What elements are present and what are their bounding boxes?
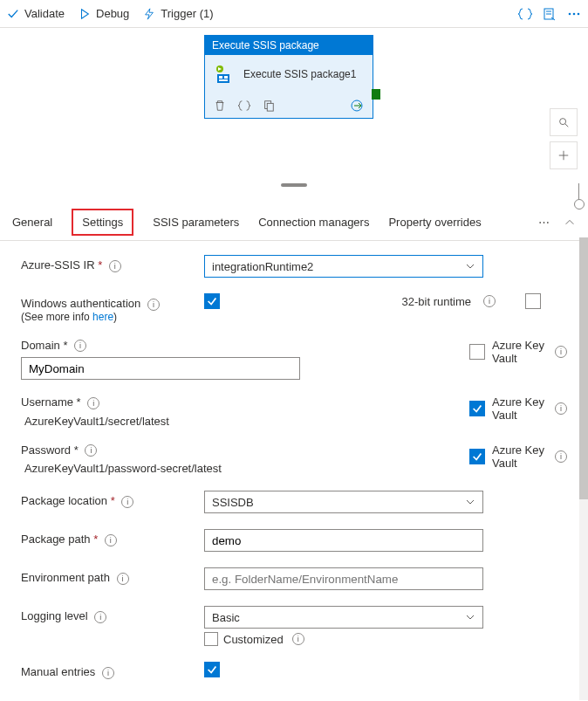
customized-checkbox[interactable] (204, 632, 218, 646)
row-domain: Domain * i Azure Key Vault i (21, 339, 567, 381)
tab-more[interactable]: ⋯ (538, 216, 550, 229)
trigger-button[interactable]: Trigger (1) (143, 7, 213, 20)
svg-point-3 (569, 12, 571, 15)
row-envpath: Environment path i (21, 567, 567, 590)
info-icon[interactable]: i (292, 633, 304, 645)
form-icon[interactable] (543, 7, 557, 21)
svg-rect-10 (219, 79, 228, 81)
more-icon[interactable] (567, 7, 581, 21)
akv-label: Azure Key Vault (492, 339, 544, 365)
pkgpath-label: Package path (21, 533, 91, 546)
manual-checkbox[interactable] (204, 662, 220, 677)
username-value: AzureKeyVault1/secret/latest (21, 415, 452, 428)
resize-grip[interactable] (281, 183, 307, 187)
username-akv-checkbox[interactable] (469, 401, 485, 416)
domain-akv: Azure Key Vault i (469, 339, 567, 365)
domain-label: Domain (21, 339, 60, 352)
pkgpath-input[interactable] (204, 529, 483, 552)
info-icon[interactable]: i (555, 450, 567, 463)
domain-input[interactable] (21, 357, 300, 380)
winauth-sub2: ) (113, 311, 117, 323)
info-icon[interactable]: i (109, 260, 121, 272)
domain-akv-checkbox[interactable] (469, 344, 485, 360)
azure-ir-dropdown[interactable]: integrationRuntime2 (204, 255, 483, 278)
tab-general[interactable]: General (12, 209, 52, 236)
azure-ir-label: Azure-SSIS IR (21, 258, 95, 271)
canvas-guide (578, 183, 579, 204)
winauth-checkbox[interactable] (204, 293, 220, 309)
row-username: Username * i AzureKeyVault1/secret/lates… (21, 395, 567, 428)
tabs: General Settings SSIS parameters Connect… (0, 204, 588, 241)
ssis-icon (214, 64, 235, 85)
toolbar-left: Validate Debug Trigger (1) (7, 7, 518, 20)
row-winauth-runtime: Windows authentication i (See more info … (21, 293, 567, 323)
password-akv-checkbox[interactable] (469, 449, 485, 464)
svg-point-5 (578, 12, 580, 15)
row-password: Password * i AzureKeyVault1/password-sec… (21, 443, 567, 476)
loglvl-value: Basic (212, 611, 240, 624)
info-icon[interactable]: i (147, 299, 160, 311)
add-tool[interactable] (550, 141, 578, 169)
info-icon[interactable]: i (94, 611, 106, 623)
pkgloc-dropdown[interactable]: SSISDB (204, 491, 483, 513)
chevron-down-icon (465, 261, 475, 271)
tabs-right: ⋯ (538, 216, 576, 229)
scrollbar[interactable] (579, 237, 588, 700)
arrow-out-icon[interactable] (350, 99, 364, 113)
copy-icon[interactable] (263, 100, 275, 112)
search-tool[interactable] (550, 108, 578, 136)
delete-icon[interactable] (214, 100, 226, 112)
debug-label: Debug (96, 7, 129, 20)
akv-label: Azure Key Vault (492, 395, 544, 422)
loglvl-dropdown[interactable]: Basic (204, 606, 483, 629)
info-icon[interactable]: i (483, 295, 496, 307)
winauth-label: Windows authentication (21, 297, 140, 310)
tab-ssis-parameters[interactable]: SSIS parameters (153, 209, 239, 236)
braces-icon[interactable] (518, 7, 532, 21)
settings-pane: Azure-SSIS IR * i integrationRuntime2 Wi… (0, 241, 588, 700)
node-footer (205, 93, 373, 118)
password-value: AzureKeyVault1/password-secret/latest (21, 462, 452, 475)
play-icon (79, 8, 91, 20)
password-akv: Azure Key Vault i (469, 443, 567, 470)
info-icon[interactable]: i (117, 573, 129, 585)
chevron-down-icon (465, 497, 475, 507)
svg-line-15 (565, 124, 569, 127)
braces-icon[interactable] (238, 100, 250, 112)
info-icon[interactable]: i (555, 402, 567, 415)
lightning-icon (143, 8, 155, 20)
info-icon[interactable]: i (102, 667, 114, 679)
info-icon[interactable]: i (87, 397, 99, 409)
row-loglvl: Logging level i Basic Customized i (21, 606, 567, 646)
info-icon[interactable]: i (105, 534, 117, 546)
tab-property-overrides[interactable]: Property overrides (388, 209, 481, 236)
validate-button[interactable]: Validate (7, 7, 65, 20)
username-label: Username (21, 395, 73, 409)
pkgloc-label: Package location (21, 494, 107, 507)
info-icon[interactable]: i (85, 444, 97, 457)
winauth-sub1: (See more info (21, 311, 92, 323)
manual-label: Manual entries (21, 665, 95, 678)
chevron-up-icon[interactable] (564, 216, 576, 229)
runtime32-label: 32-bit runtime (402, 295, 471, 308)
canvas[interactable]: Execute SSIS package Execute SSIS packag… (0, 28, 588, 190)
info-icon[interactable]: i (121, 496, 133, 508)
node-body: Execute SSIS package1 (205, 55, 373, 93)
envpath-input[interactable] (204, 567, 483, 590)
activity-node[interactable]: Execute SSIS package Execute SSIS packag… (204, 35, 373, 119)
envpath-label: Environment path (21, 571, 110, 584)
runtime32-checkbox[interactable] (525, 293, 541, 309)
password-label: Password (21, 443, 71, 457)
winauth-link[interactable]: here (92, 311, 113, 323)
info-icon[interactable]: i (555, 346, 567, 358)
chevron-down-icon (465, 612, 475, 622)
canvas-side-tools (550, 108, 578, 169)
tab-settings[interactable]: Settings (72, 209, 133, 236)
debug-button[interactable]: Debug (79, 7, 129, 20)
pkgloc-value: SSISDB (212, 496, 254, 509)
username-akv: Azure Key Vault i (469, 395, 567, 422)
scrollbar-thumb[interactable] (579, 237, 588, 499)
tab-connection-managers[interactable]: Connection managers (258, 209, 369, 236)
output-handle[interactable] (372, 89, 380, 100)
info-icon[interactable]: i (74, 340, 86, 352)
